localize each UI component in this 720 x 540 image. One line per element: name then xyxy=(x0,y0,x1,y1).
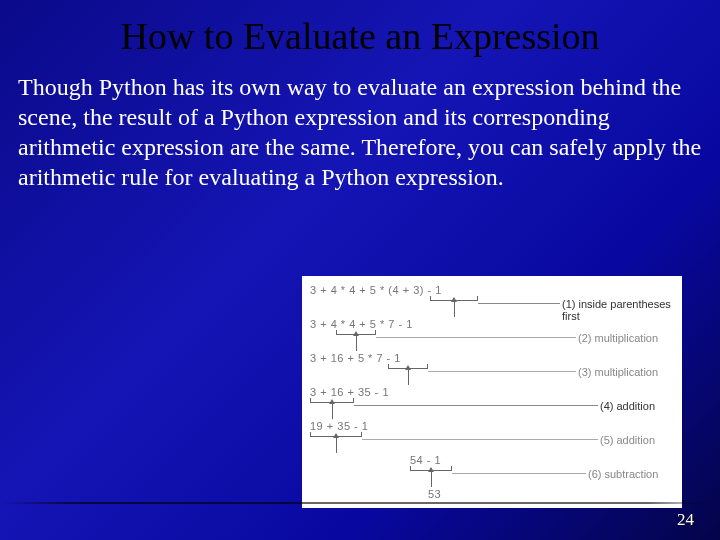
slide: How to Evaluate an Expression Though Pyt… xyxy=(0,0,720,540)
arrow-2 xyxy=(408,369,409,385)
note-3: (4) addition xyxy=(600,400,655,412)
connector-5 xyxy=(452,473,586,474)
slide-title: How to Evaluate an Expression xyxy=(0,0,720,68)
note-2: (3) multiplication xyxy=(578,366,658,378)
arrow-4 xyxy=(336,437,337,453)
note-5: (6) subtraction xyxy=(588,468,658,480)
arrow-3 xyxy=(332,403,333,419)
connector-3 xyxy=(354,405,598,406)
expr-row-0: 3 + 4 * 4 + 5 * (4 + 3) - 1 xyxy=(310,284,442,296)
expr-row-3: 3 + 16 + 35 - 1 xyxy=(310,386,389,398)
arrow-0 xyxy=(454,301,455,317)
page-number: 24 xyxy=(677,510,694,530)
arrow-1 xyxy=(356,335,357,351)
expr-row-6: 53 xyxy=(428,488,441,500)
connector-1 xyxy=(376,337,576,338)
note-4: (5) addition xyxy=(600,434,655,446)
footer-divider xyxy=(0,502,720,504)
connector-4 xyxy=(362,439,598,440)
note-1: (2) multiplication xyxy=(578,332,658,344)
expr-row-5: 54 - 1 xyxy=(410,454,441,466)
note-0: (1) inside parentheses first xyxy=(562,298,682,322)
connector-0 xyxy=(478,303,560,304)
expr-row-4: 19 + 35 - 1 xyxy=(310,420,368,432)
slide-body-text: Though Python has its own way to evaluat… xyxy=(0,68,720,192)
evaluation-diagram: 3 + 4 * 4 + 5 * (4 + 3) - 1 3 + 4 * 4 + … xyxy=(302,276,682,508)
arrow-5 xyxy=(431,471,432,487)
expr-row-1: 3 + 4 * 4 + 5 * 7 - 1 xyxy=(310,318,413,330)
connector-2 xyxy=(428,371,576,372)
expr-row-2: 3 + 16 + 5 * 7 - 1 xyxy=(310,352,401,364)
